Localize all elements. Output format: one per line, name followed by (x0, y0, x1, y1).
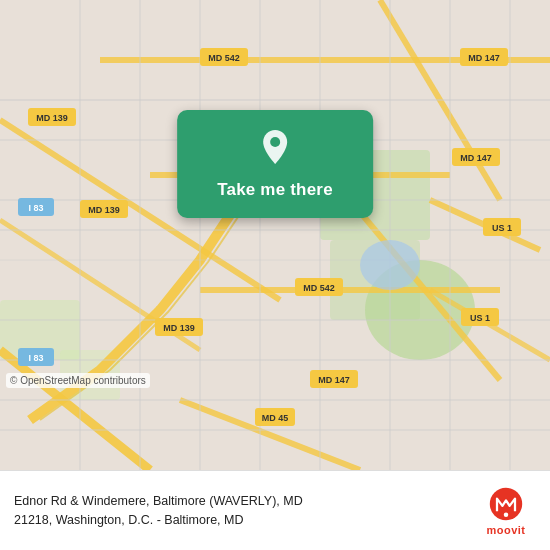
svg-point-62 (360, 240, 420, 290)
svg-text:I 83: I 83 (28, 353, 43, 363)
map-view: MD 542 MD 542 MD 542 MD 139 MD 139 MD 13… (0, 0, 550, 470)
svg-text:MD 147: MD 147 (468, 53, 500, 63)
take-me-there-button[interactable]: Take me there (217, 180, 333, 200)
svg-point-65 (504, 512, 509, 517)
moovit-logo: moovit (476, 486, 536, 536)
address-text: Ednor Rd & Windemere, Baltimore (WAVERLY… (14, 492, 303, 530)
info-bar: Ednor Rd & Windemere, Baltimore (WAVERLY… (0, 470, 550, 550)
svg-text:MD 147: MD 147 (460, 153, 492, 163)
svg-text:MD 542: MD 542 (303, 283, 335, 293)
take-me-there-card[interactable]: Take me there (177, 110, 373, 218)
svg-text:MD 147: MD 147 (318, 375, 350, 385)
svg-text:MD 139: MD 139 (163, 323, 195, 333)
svg-text:MD 45: MD 45 (262, 413, 289, 423)
svg-text:MD 542: MD 542 (208, 53, 240, 63)
svg-point-63 (270, 137, 280, 147)
button-overlay: Take me there (177, 110, 373, 218)
map-svg: MD 542 MD 542 MD 542 MD 139 MD 139 MD 13… (0, 0, 550, 470)
map-attribution: © OpenStreetMap contributors (6, 373, 150, 388)
location-pin-icon (259, 128, 291, 170)
svg-text:US 1: US 1 (492, 223, 512, 233)
svg-text:I 83: I 83 (28, 203, 43, 213)
svg-text:MD 139: MD 139 (36, 113, 68, 123)
moovit-brand-text: moovit (486, 524, 525, 536)
svg-text:US 1: US 1 (470, 313, 490, 323)
svg-text:MD 139: MD 139 (88, 205, 120, 215)
moovit-icon (488, 486, 524, 522)
